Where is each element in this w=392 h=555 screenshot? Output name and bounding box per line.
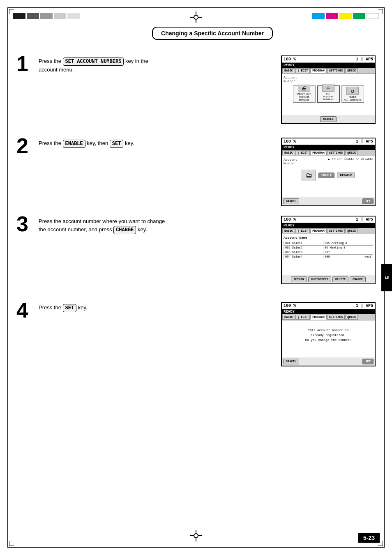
tab-quick-2[interactable]: QUICK <box>345 150 358 155</box>
screen-3-ready: READY <box>282 223 375 228</box>
step-2-left: 2 Press the ENABLE key, then SET key. <box>16 138 168 157</box>
step-4-row: 4 Press the SET key. 100 % 1 | AP5 READY… <box>16 302 376 384</box>
step-4-content: Press the SET key. <box>39 302 168 312</box>
change-key: CHANGE <box>113 226 136 234</box>
screen-4-body: This account number isalready registered… <box>282 320 375 357</box>
screen-2-sublabel: ▶ Select enable or disable <box>328 158 373 161</box>
account-icon: 🗂 <box>302 170 316 181</box>
page-number: 5-23 <box>358 533 380 543</box>
screen-2-tabs: BASIC | EDIT PROGRAM SETTINGS QUICK <box>282 150 375 156</box>
set-account-numbers-key: SET ACCOUNT NUMBERS <box>63 58 124 66</box>
tab-basic-2[interactable]: BASIC <box>282 150 295 155</box>
cancel-btn-1[interactable]: CANCEL <box>320 116 336 122</box>
screen-1-icons: 🖨 PRINT OUTACCOUNT NUMBERS ✏ SETACCOUNT … <box>284 85 373 103</box>
screen-1-status: 100 % 1 | AP5 <box>282 56 375 63</box>
step-1-left: 1 Press the SET ACCOUNT NUMBERS key in t… <box>16 55 168 74</box>
step-2: 2 Press the ENABLE key, then SET key. <box>16 138 168 157</box>
table-row[interactable]: 001 Sales1005 Meeting A <box>284 241 373 246</box>
tab-quick-1[interactable]: QUICK <box>345 68 358 73</box>
tab-program-4[interactable]: PROGRAM <box>310 315 326 320</box>
confirm-text: This account number isalready registered… <box>285 328 371 343</box>
page-border-left <box>7 7 8 548</box>
step-1-text: Press the SET ACCOUNT NUMBERS key in the… <box>39 57 166 74</box>
set-btn-4[interactable]: SET <box>362 359 374 364</box>
step-1: 1 Press the SET ACCOUNT NUMBERS key in t… <box>16 55 168 74</box>
screen-1-tabs: BASIC | EDIT PROGRAM SETTINGS QUICK <box>282 68 375 74</box>
step-1-row: 1 Press the SET ACCOUNT NUMBERS key in t… <box>16 55 376 134</box>
step-2-content: Press the ENABLE key, then SET key. <box>39 138 168 148</box>
set-key-2: SET <box>110 140 124 148</box>
tab-program-2[interactable]: PROGRAM <box>310 150 326 155</box>
tab-settings-1[interactable]: SETTINGS <box>327 68 345 73</box>
screen-panel-3: 100 % 1 | AP5 READY BASIC | EDIT PROGRAM… <box>281 216 376 284</box>
disable-btn-2[interactable]: DISABLE <box>337 173 355 178</box>
screen-panel-2: 100 % 1 | AP5 READY BASIC | EDIT PROGRAM… <box>281 138 376 206</box>
tab-settings-3[interactable]: SETTINGS <box>327 228 345 233</box>
screen-4-ready: READY <box>282 309 375 314</box>
step-2-number: 2 <box>16 135 33 157</box>
step-2-text: Press the ENABLE key, then SET key. <box>39 139 166 148</box>
reset-icon: ↺ <box>346 87 359 95</box>
set-icon: ✏ <box>322 84 334 92</box>
screen-panel-4: 100 % 1 | AP5 READY BASIC | EDIT PROGRAM… <box>281 302 376 366</box>
tab-edit-3[interactable]: | EDIT <box>295 228 310 233</box>
tab-settings-2[interactable]: SETTINGS <box>327 150 345 155</box>
tab-basic-3[interactable]: BASIC <box>282 228 295 233</box>
tab-basic-1[interactable]: BASIC <box>282 68 295 73</box>
step-3: 3 Press the account number where you wan… <box>16 216 168 235</box>
step-4-number: 4 <box>16 299 33 321</box>
tab-edit-1[interactable]: | EDIT <box>295 68 310 73</box>
set-btn-2[interactable]: SET <box>362 198 374 204</box>
reset-icon-box[interactable]: ↺ RESETALL COUNTERS <box>341 85 364 103</box>
screen-1-label: AccountNumber <box>284 76 373 83</box>
screen-3-label: Account Name <box>284 236 373 240</box>
screen-1-ready: READY <box>282 63 375 68</box>
screen-panel-1: 100 % 1 | AP5 READY BASIC | EDIT PROGRAM… <box>281 55 376 124</box>
step-3-number: 3 <box>16 213 33 235</box>
account-table: 001 Sales1005 Meeting A 002 Sales206 Mee… <box>284 241 373 259</box>
screen-2-ready: READY <box>282 145 375 150</box>
tab-edit-4[interactable]: | EDIT <box>295 315 310 320</box>
step-1-number: 1 <box>16 53 33 74</box>
tab-program-3[interactable]: PROGRAM <box>310 228 326 233</box>
customized-btn-3[interactable]: CUSTOMIZED <box>308 276 331 282</box>
screen-4-footer: CANCEL SET <box>282 357 375 366</box>
color-bar-right <box>312 13 379 19</box>
table-row[interactable]: 002 Sales206 Meeting B <box>284 246 373 250</box>
print-out-icon-box[interactable]: 🖨 PRINT OUTACCOUNT NUMBERS <box>293 85 316 103</box>
top-crosshair <box>190 12 202 25</box>
step-4-text: Press the SET key. <box>39 304 166 312</box>
tab-basic-4[interactable]: BASIC <box>282 315 295 320</box>
screen-2-body: AccountNumber ▶ Select enable or disable… <box>282 156 375 197</box>
table-row[interactable]: 004 Sales4008 Next <box>284 255 373 259</box>
corner-bl <box>9 541 14 546</box>
tab-quick-4[interactable]: QUICK <box>345 315 358 320</box>
tab-settings-4[interactable]: SETTINGS <box>327 315 345 320</box>
step-2-row: 2 Press the ENABLE key, then SET key. 10… <box>16 138 376 212</box>
step-3-left: 3 Press the account number where you wan… <box>16 216 168 235</box>
main-content: Changing a Specific Account Number 1 Pre… <box>16 27 376 388</box>
page-border-top <box>7 7 385 8</box>
set-key-4: SET <box>63 304 77 312</box>
section-title: Changing a Specific Account Number <box>161 30 264 37</box>
tab-edit-2[interactable]: | EDIT <box>295 150 310 155</box>
section-title-box: Changing a Specific Account Number <box>152 27 273 40</box>
cancel-btn-4[interactable]: CANCEL <box>283 359 299 364</box>
screen-3-tabs: BASIC | EDIT PROGRAM SETTINGS QUICK <box>282 228 375 234</box>
step-3-content: Press the account number where you want … <box>39 216 168 234</box>
screen-3-footer: RETURN CUSTOMIZED DELETE CHANGE <box>282 275 375 283</box>
step-3-text: Press the account number where you want … <box>39 217 166 234</box>
tab-quick-3[interactable]: QUICK <box>345 228 358 233</box>
step-4-left: 4 Press the SET key. <box>16 302 168 321</box>
cancel-btn-2[interactable]: CANCEL <box>283 198 299 204</box>
tab-program-1[interactable]: PROGRAM <box>310 68 326 73</box>
change-btn-3[interactable]: CHANGE <box>350 276 366 282</box>
screen-4-status: 100 % 1 | AP5 <box>282 303 375 309</box>
enable-btn-2[interactable]: ENABLE <box>318 173 334 178</box>
chapter-tab: 5 <box>381 264 392 292</box>
color-bar-left <box>13 13 80 19</box>
delete-btn-3[interactable]: DELETE <box>332 276 348 282</box>
set-icon-box[interactable]: ✏ SETACCOUNT NUMBERS <box>317 85 340 103</box>
return-btn-3[interactable]: RETURN <box>291 276 307 282</box>
table-row[interactable]: 003 Sales3007 <box>284 250 373 255</box>
